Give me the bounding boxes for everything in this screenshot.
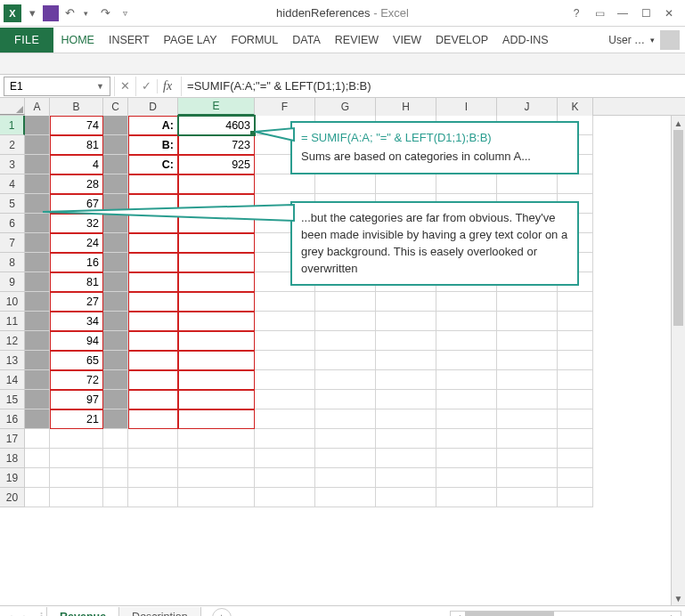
- cell-A1[interactable]: [25, 116, 50, 135]
- cell-A4[interactable]: [25, 174, 50, 194]
- cell-C10[interactable]: [103, 292, 128, 312]
- sheet-tab-revenue[interactable]: Revenue: [46, 607, 119, 617]
- cell-K17[interactable]: [558, 429, 593, 449]
- cell-E9[interactable]: [178, 272, 255, 292]
- cell-B2[interactable]: 81: [50, 135, 103, 155]
- hscroll-track[interactable]: [465, 612, 666, 617]
- cell-D17[interactable]: [128, 429, 178, 449]
- cell-H20[interactable]: [376, 488, 436, 507]
- cell-H11[interactable]: [376, 312, 436, 331]
- row-header-4[interactable]: 4: [0, 174, 25, 194]
- cell-D2[interactable]: B:: [128, 135, 178, 155]
- cell-E14[interactable]: [178, 370, 255, 390]
- cell-J10[interactable]: [497, 292, 558, 312]
- cell-K4[interactable]: [558, 174, 593, 194]
- cell-H10[interactable]: [376, 292, 436, 312]
- cell-C20[interactable]: [103, 488, 128, 507]
- cell-B8[interactable]: 16: [50, 253, 103, 272]
- cell-K18[interactable]: [558, 449, 593, 468]
- cell-I13[interactable]: [436, 351, 497, 370]
- cell-F11[interactable]: [255, 312, 315, 331]
- col-header-I[interactable]: I: [436, 98, 497, 116]
- col-header-B[interactable]: B: [50, 98, 103, 116]
- cell-F14[interactable]: [255, 370, 315, 390]
- cell-F10[interactable]: [255, 292, 315, 312]
- cell-A13[interactable]: [25, 351, 50, 370]
- cell-B16[interactable]: 21: [50, 409, 103, 429]
- row-header-5[interactable]: 5: [0, 194, 25, 214]
- scroll-left-icon[interactable]: ◄: [451, 612, 465, 616]
- cell-K13[interactable]: [558, 351, 593, 370]
- cell-G19[interactable]: [315, 468, 376, 488]
- ribbon-options-icon[interactable]: ▭: [589, 4, 610, 23]
- cell-E10[interactable]: [178, 292, 255, 312]
- cell-H14[interactable]: [376, 370, 436, 390]
- cell-B9[interactable]: 81: [50, 272, 103, 292]
- tab-home[interactable]: HOME: [53, 28, 102, 53]
- cell-D4[interactable]: [128, 174, 178, 194]
- row-header-20[interactable]: 20: [0, 488, 25, 507]
- cell-B19[interactable]: [50, 468, 103, 488]
- cell-C7[interactable]: [103, 233, 128, 253]
- cell-B13[interactable]: 65: [50, 351, 103, 370]
- cell-K14[interactable]: [558, 370, 593, 390]
- cell-F20[interactable]: [255, 488, 315, 507]
- col-header-F[interactable]: F: [255, 98, 315, 116]
- cell-H12[interactable]: [376, 331, 436, 351]
- sheet-tab-description[interactable]: Description: [118, 607, 201, 617]
- qat-customize-icon[interactable]: ▿: [116, 4, 134, 22]
- cell-A8[interactable]: [25, 253, 50, 272]
- cell-B7[interactable]: 24: [50, 233, 103, 253]
- cell-C14[interactable]: [103, 370, 128, 390]
- sheet-nav-prev-icon[interactable]: ◄: [0, 608, 18, 617]
- cell-C8[interactable]: [103, 253, 128, 272]
- enter-icon[interactable]: ✓: [135, 77, 157, 96]
- cell-J4[interactable]: [497, 174, 558, 194]
- tab-developer[interactable]: DEVELOP: [428, 28, 495, 53]
- cell-B4[interactable]: 28: [50, 174, 103, 194]
- cell-C18[interactable]: [103, 449, 128, 468]
- cell-F17[interactable]: [255, 429, 315, 449]
- row-header-1[interactable]: 1: [0, 116, 25, 135]
- cell-D16[interactable]: [128, 409, 178, 429]
- cell-I18[interactable]: [436, 449, 497, 468]
- cell-J18[interactable]: [497, 449, 558, 468]
- col-header-J[interactable]: J: [497, 98, 558, 116]
- row-header-9[interactable]: 9: [0, 272, 25, 292]
- scroll-thumb[interactable]: [673, 130, 683, 326]
- cell-I15[interactable]: [436, 390, 497, 409]
- cell-I14[interactable]: [436, 370, 497, 390]
- tab-view[interactable]: VIEW: [386, 28, 428, 53]
- scroll-track[interactable]: [672, 130, 685, 591]
- vertical-scrollbar[interactable]: ▲ ▼: [671, 116, 685, 605]
- cell-B10[interactable]: 27: [50, 292, 103, 312]
- cell-A3[interactable]: [25, 155, 50, 174]
- cell-K19[interactable]: [558, 468, 593, 488]
- col-header-H[interactable]: H: [376, 98, 436, 116]
- cell-F18[interactable]: [255, 449, 315, 468]
- cell-E8[interactable]: [178, 253, 255, 272]
- cell-I20[interactable]: [436, 488, 497, 507]
- col-header-E[interactable]: E: [178, 98, 255, 116]
- row-header-18[interactable]: 18: [0, 449, 25, 468]
- cell-H15[interactable]: [376, 390, 436, 409]
- cell-E13[interactable]: [178, 351, 255, 370]
- cell-H18[interactable]: [376, 449, 436, 468]
- cell-B17[interactable]: [50, 429, 103, 449]
- cell-G16[interactable]: [315, 409, 376, 429]
- row-header-12[interactable]: 12: [0, 331, 25, 351]
- cell-F12[interactable]: [255, 331, 315, 351]
- tab-review[interactable]: REVIEW: [328, 28, 386, 53]
- cell-G4[interactable]: [315, 174, 376, 194]
- cell-A18[interactable]: [25, 449, 50, 468]
- cell-A9[interactable]: [25, 272, 50, 292]
- row-header-6[interactable]: 6: [0, 214, 25, 233]
- cell-I12[interactable]: [436, 331, 497, 351]
- scroll-up-icon[interactable]: ▲: [672, 116, 685, 130]
- cell-G10[interactable]: [315, 292, 376, 312]
- cell-B20[interactable]: [50, 488, 103, 507]
- cell-C11[interactable]: [103, 312, 128, 331]
- cell-A11[interactable]: [25, 312, 50, 331]
- cell-I10[interactable]: [436, 292, 497, 312]
- col-header-C[interactable]: C: [103, 98, 128, 116]
